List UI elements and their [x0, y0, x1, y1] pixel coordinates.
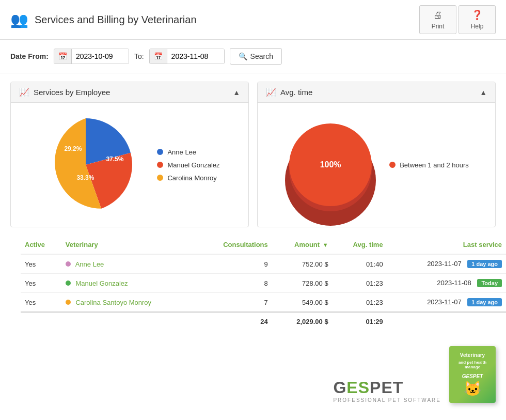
- legend-item-anne: Anne Lee: [157, 148, 219, 156]
- charts-area: 📈 Services by Employee ▲ 37.5%: [0, 73, 506, 236]
- total-avgtime: 01:29: [333, 312, 387, 331]
- date-from-label: Date From:: [10, 52, 49, 60]
- amount-1: 728.00 $: [272, 274, 333, 293]
- avg-time-collapse-btn[interactable]: ▲: [480, 88, 487, 97]
- users-icon: 👥: [10, 11, 28, 28]
- date-to-field[interactable]: [167, 49, 224, 64]
- total-amount: 2,029.00 $: [272, 312, 333, 331]
- box-line1: Veterinary: [453, 352, 492, 358]
- col-avg-time: Avg. time: [333, 236, 387, 254]
- col-consultations: Consultations: [196, 236, 272, 254]
- services-chart-title: 📈 Services by Employee: [19, 87, 110, 97]
- consult-0: 9: [196, 254, 272, 274]
- print-icon: 🖨: [433, 10, 442, 21]
- vet-dot-0: [66, 261, 71, 267]
- table-row: Yes Carolina Santoyo Monroy 7 549.00 $ 0…: [21, 293, 506, 313]
- date-from-field[interactable]: [72, 49, 129, 64]
- consult-2: 7: [196, 293, 272, 313]
- col-amount: Amount ▼: [272, 236, 333, 254]
- logo-pet: PET: [370, 378, 403, 397]
- print-button[interactable]: 🖨 Print: [419, 5, 456, 34]
- search-button[interactable]: 🔍 Search: [230, 48, 282, 65]
- footer: GESPET PROFESSIONAL PET SOFTWARE Veterin…: [0, 341, 506, 413]
- legend-dot-between: [389, 162, 396, 168]
- filter-bar: Date From: 📅 To: 📅 🔍 Search: [0, 40, 506, 73]
- table-header-row: Active Veterinary Consultations Amount ▼…: [21, 236, 506, 254]
- help-icon: ❓: [471, 9, 483, 21]
- vet-link-2[interactable]: Carolina Santoyo Monroy: [75, 299, 151, 306]
- avg-time-chart-title: 📈 Avg. time: [266, 87, 312, 97]
- to-label: To:: [134, 52, 144, 60]
- last-service-2: 2023-11-07 1 day ago: [387, 293, 506, 313]
- amount-2: 549.00 $: [272, 293, 333, 313]
- amount-0: 752.00 $: [272, 254, 333, 274]
- box-line2: and pet health manage: [453, 360, 492, 369]
- legend-label-carolina: Carolina Monroy: [167, 174, 216, 182]
- avg-time-chart-body: 100% Between 1 and 2 hours: [258, 103, 495, 227]
- col-active: Active: [21, 236, 61, 254]
- total-consultations: 24: [196, 312, 272, 331]
- badge-2: 1 day ago: [467, 298, 502, 306]
- calendar-from-icon[interactable]: 📅: [54, 49, 72, 64]
- avg-time-title-text: Avg. time: [280, 88, 312, 97]
- services-chart-title-text: Services by Employee: [34, 88, 110, 97]
- avg-time-chart-header: 📈 Avg. time ▲: [258, 82, 495, 103]
- avg-time-legend: Between 1 and 2 hours: [389, 161, 469, 169]
- avg-pie-top: 100%: [289, 123, 372, 206]
- legend-dot-manuel: [157, 162, 163, 168]
- services-chart-header: 📈 Services by Employee ▲: [11, 82, 248, 103]
- last-service-0: 2023-11-07 1 day ago: [387, 254, 506, 274]
- services-collapse-btn[interactable]: ▲: [233, 88, 240, 97]
- total-empty-3: [387, 312, 506, 331]
- vet-1: Manuel Gonzalez: [61, 274, 196, 293]
- gespet-logo-text: GESPET: [333, 378, 403, 397]
- avgtime-0: 01:40: [333, 254, 387, 274]
- badge-1: Today: [477, 279, 502, 287]
- header-buttons: 🖨 Print ❓ Help: [419, 5, 496, 34]
- vet-link-1[interactable]: Manuel Gonzalez: [75, 279, 128, 287]
- avg-time-panel: 📈 Avg. time ▲ 100% Bet: [257, 82, 496, 227]
- pie-wrap: 37.5% 33.3% 29.2% Anne Lee Manuel Gonzal…: [39, 118, 219, 211]
- active-1: Yes: [21, 274, 61, 293]
- total-empty-2: [61, 312, 196, 331]
- vet-dot-2: [66, 300, 71, 305]
- legend-dot-anne: [157, 149, 163, 155]
- services-by-employee-panel: 📈 Services by Employee ▲ 37.5%: [10, 82, 249, 227]
- print-label: Print: [432, 23, 445, 30]
- gespet-subtitle: PROFESSIONAL PET SOFTWARE: [333, 397, 441, 403]
- header-left: 👥 Services and Billing by Veterinarian: [10, 11, 197, 28]
- gespet-logo: GESPET PROFESSIONAL PET SOFTWARE: [333, 378, 441, 403]
- col-last-service: Last service: [387, 236, 506, 254]
- total-empty-1: [21, 312, 61, 331]
- help-label: Help: [471, 23, 484, 30]
- trend-icon-2: 📈: [266, 87, 276, 97]
- last-service-1: 2023-11-08 Today: [387, 274, 506, 293]
- legend-item-manuel: Manuel Gonzalez: [157, 161, 219, 169]
- active-0: Yes: [21, 254, 61, 274]
- page-title: Services and Billing by Veterinarian: [35, 14, 197, 26]
- search-label: Search: [250, 52, 273, 60]
- logo-g: G: [333, 378, 346, 397]
- vet-table: Active Veterinary Consultations Amount ▼…: [21, 236, 506, 331]
- table-total-row: 24 2,029.00 $ 01:29: [21, 312, 506, 331]
- vet-2: Carolina Santoyo Monroy: [61, 293, 196, 313]
- services-legend: Anne Lee Manuel Gonzalez Carolina Monroy: [157, 148, 219, 182]
- vet-link-0[interactable]: Anne Lee: [75, 260, 104, 268]
- legend-item-carolina: Carolina Monroy: [157, 174, 219, 182]
- avgtime-1: 01:23: [333, 274, 387, 293]
- services-chart-body: 37.5% 33.3% 29.2% Anne Lee Manuel Gonzal…: [11, 103, 248, 227]
- logo-es: ES: [346, 378, 370, 397]
- box-content: Veterinary and pet health manage GESPET …: [449, 348, 496, 401]
- legend-dot-carolina: [157, 175, 163, 181]
- help-button[interactable]: ❓ Help: [458, 5, 496, 34]
- avg-pie-container: 100%: [284, 118, 377, 211]
- legend-label-between: Between 1 and 2 hours: [400, 161, 469, 169]
- calendar-to-icon[interactable]: 📅: [150, 49, 167, 64]
- table-wrap: Active Veterinary Consultations Amount ▼…: [0, 236, 506, 341]
- table-row: Yes Manuel Gonzalez 8 728.00 $ 01:23 202…: [21, 274, 506, 293]
- avg-time-chart-wrap: 100% Between 1 and 2 hours: [284, 118, 469, 211]
- box-gespet-label: GESPET: [453, 374, 492, 379]
- consult-1: 8: [196, 274, 272, 293]
- date-from-input-wrap: 📅: [54, 49, 129, 64]
- vet-dot-1: [66, 281, 71, 286]
